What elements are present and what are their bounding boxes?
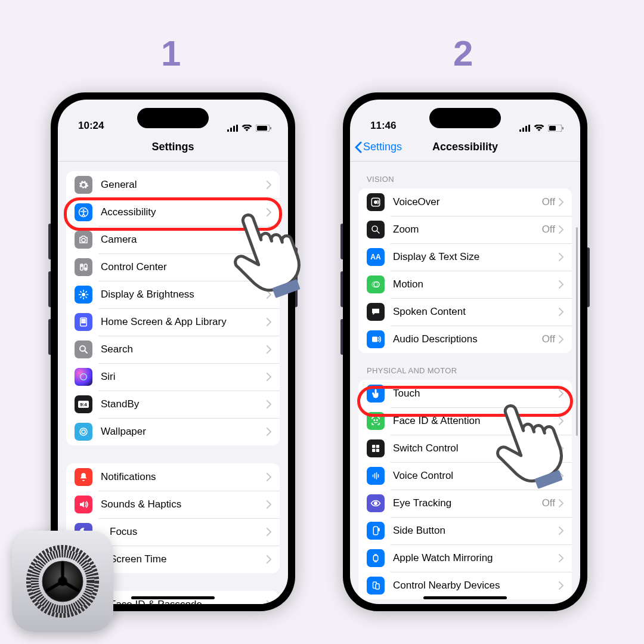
- row-watch-mirroring[interactable]: Apple Watch Mirroring: [358, 544, 572, 572]
- row-value: Off: [542, 497, 555, 509]
- row-label: Screen Time: [101, 553, 267, 565]
- switch-control-icon: [367, 439, 385, 457]
- row-home-screen[interactable]: Home Screen & App Library: [66, 308, 280, 336]
- chevron-right-icon: [559, 253, 564, 261]
- step-number-1: 1: [161, 33, 181, 74]
- svg-rect-5: [257, 126, 267, 131]
- row-touch[interactable]: Touch: [358, 380, 572, 407]
- row-label: Sounds & Haptics: [101, 499, 267, 510]
- row-display-text-size[interactable]: AA Display & Text Size: [358, 243, 572, 271]
- row-accessibility[interactable]: Accessibility: [66, 199, 280, 226]
- chevron-right-icon: [267, 318, 271, 326]
- row-control-nearby-devices[interactable]: Control Nearby Devices: [358, 572, 572, 599]
- svg-rect-54: [376, 584, 379, 589]
- chevron-right-icon: [267, 600, 271, 604]
- control-center-icon: [75, 258, 92, 276]
- chevron-right-icon: [267, 500, 271, 509]
- row-label: Switch Control: [393, 442, 542, 454]
- back-label: Settings: [363, 141, 402, 153]
- chevron-right-icon: [559, 335, 564, 343]
- svg-point-49: [374, 502, 377, 505]
- row-voice-control[interactable]: Voice Control Off: [358, 462, 572, 490]
- eye-tracking-icon: [367, 494, 385, 512]
- phone-screen-2: 11:46 Settings Accessibility Vision Voic…: [350, 100, 580, 604]
- row-switch-control[interactable]: Switch Control Off: [358, 435, 572, 462]
- accessibility-icon: [75, 203, 92, 221]
- home-screen-icon: [75, 313, 92, 331]
- svg-rect-16: [82, 320, 83, 321]
- row-eye-tracking[interactable]: Eye Tracking Off: [358, 490, 572, 517]
- row-audio-descriptions[interactable]: Audio Descriptions Off: [358, 326, 572, 353]
- row-voiceover[interactable]: VoiceOver Off: [358, 188, 572, 216]
- row-standby[interactable]: 9:4 StandBy: [66, 391, 280, 418]
- row-search[interactable]: Search: [66, 336, 280, 363]
- svg-point-35: [372, 226, 377, 231]
- row-siri[interactable]: Siri: [66, 363, 280, 391]
- row-value: Off: [542, 224, 555, 236]
- svg-rect-45: [373, 475, 374, 478]
- svg-rect-28: [525, 126, 527, 132]
- row-label: Eye Tracking: [393, 497, 542, 509]
- chevron-right-icon: [559, 225, 564, 234]
- row-notifications[interactable]: Notifications: [66, 463, 280, 491]
- cellular-icon: [227, 125, 238, 132]
- svg-rect-50: [373, 527, 378, 535]
- svg-rect-6: [270, 127, 271, 129]
- row-label: Side Button: [393, 525, 559, 537]
- phone-frame-2: 11:46 Settings Accessibility Vision Voic…: [343, 92, 587, 611]
- svg-rect-46: [374, 473, 376, 479]
- row-sounds-haptics[interactable]: Sounds & Haptics: [66, 491, 280, 518]
- chevron-right-icon: [267, 236, 271, 244]
- row-wallpaper[interactable]: Wallpaper: [66, 418, 280, 445]
- chevron-right-icon: [267, 400, 271, 408]
- row-label: Focus: [101, 526, 267, 538]
- row-spoken-content[interactable]: Spoken Content: [358, 298, 572, 326]
- svg-rect-42: [376, 445, 379, 448]
- chevron-left-icon: [355, 141, 362, 153]
- chevron-right-icon: [559, 527, 564, 535]
- audio-description-icon: [367, 330, 385, 348]
- battery-icon: [256, 125, 271, 132]
- chevron-right-icon: [559, 308, 564, 316]
- row-value: Off: [542, 196, 555, 208]
- touch-icon: [367, 385, 385, 402]
- svg-point-21: [80, 374, 87, 380]
- chevron-right-icon: [267, 345, 271, 354]
- chevron-right-icon: [559, 389, 564, 398]
- row-zoom[interactable]: Zoom Off: [358, 216, 572, 243]
- row-value: Off: [542, 333, 555, 345]
- chevron-right-icon: [559, 280, 564, 289]
- gear-icon: [75, 176, 92, 194]
- svg-rect-48: [378, 474, 379, 478]
- svg-rect-26: [519, 129, 521, 132]
- row-label: General: [101, 179, 267, 191]
- back-button[interactable]: Settings: [355, 141, 402, 153]
- row-control-center[interactable]: Control Center: [66, 253, 280, 281]
- row-label: Face ID & Attention: [393, 415, 559, 427]
- row-label: Wallpaper: [101, 426, 267, 438]
- row-label: Audio Descriptions: [393, 333, 542, 345]
- row-faceid-attention[interactable]: Face ID & Attention: [358, 407, 572, 435]
- row-label: Search: [101, 343, 267, 355]
- settings-app-badge: [12, 531, 113, 632]
- row-label: Spoken Content: [393, 306, 559, 318]
- row-camera[interactable]: Camera: [66, 226, 280, 253]
- search-icon: [75, 340, 92, 358]
- row-label: Face ID & Passcode: [101, 599, 267, 604]
- row-label: Home Screen & App Library: [101, 316, 267, 328]
- svg-rect-3: [236, 125, 238, 132]
- row-label: Control Center: [101, 261, 267, 273]
- row-label: Touch: [393, 388, 559, 400]
- chevron-right-icon: [267, 428, 271, 436]
- svg-point-13: [85, 268, 86, 269]
- row-general[interactable]: General: [66, 171, 280, 199]
- zoom-icon: [367, 221, 385, 239]
- svg-rect-44: [376, 449, 379, 452]
- row-side-button[interactable]: Side Button: [358, 517, 572, 544]
- chevron-right-icon: [267, 263, 271, 271]
- accessibility-list[interactable]: Vision VoiceOver Off Zoom Off AA Display…: [350, 162, 580, 604]
- row-motion[interactable]: Motion: [358, 271, 572, 298]
- row-display-brightness[interactable]: Display & Brightness: [66, 281, 280, 308]
- svg-point-39: [374, 420, 375, 421]
- wallpaper-icon: [75, 423, 92, 441]
